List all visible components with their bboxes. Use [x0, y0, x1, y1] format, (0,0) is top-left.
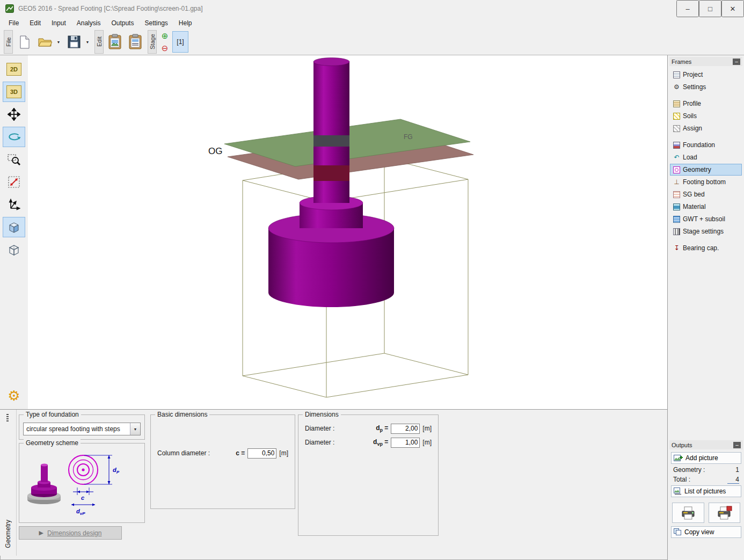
material-icon [673, 203, 680, 210]
column-diameter-input[interactable] [247, 448, 276, 459]
wireframe-view-button[interactable] [3, 239, 25, 260]
frames-item-footing-bottom[interactable]: ⊥ Footing bottom [670, 176, 742, 188]
frame-tab-geometry: Geometry [4, 520, 12, 548]
toolbar-edit-tab[interactable]: Edit [94, 30, 104, 54]
add-picture-button[interactable]: Add picture [671, 452, 741, 464]
stage-settings-icon [673, 228, 680, 235]
stage-1-button[interactable]: [1] [172, 31, 188, 53]
list-of-pictures-button[interactable]: List of pictures [671, 485, 741, 497]
print-log-button[interactable] [709, 503, 741, 523]
outputs-minimize-button[interactable]: – [733, 442, 741, 448]
menu-input[interactable]: Input [46, 18, 71, 28]
og-label: OG [208, 146, 222, 156]
menu-file[interactable]: File [3, 18, 24, 28]
axes-icon [8, 198, 20, 211]
frames-item-sg-bed[interactable]: SG bed [670, 188, 742, 200]
view-2d-button[interactable]: 2D [3, 59, 25, 79]
axes-tool-button[interactable] [3, 194, 25, 215]
frames-item-assign[interactable]: Assign [670, 122, 742, 134]
3d-icon: 3D [6, 85, 21, 98]
geometry-scheme-figure: dP c dvP [20, 446, 143, 521]
bearing-capacity-icon: ↧ [673, 245, 680, 252]
save-file-button[interactable] [64, 31, 84, 53]
menu-outputs[interactable]: Outputs [106, 18, 139, 28]
foundation-type-select[interactable]: circular spread footing with steps ▼ [23, 423, 141, 435]
frames-item-gwt-subsoil[interactable]: GWT + subsoil [670, 213, 742, 225]
print-button[interactable] [672, 503, 704, 523]
menu-bar: File Edit Input Analysis Outputs Setting… [0, 17, 744, 29]
rotate-icon [7, 132, 21, 142]
open-file-button[interactable] [35, 31, 55, 53]
zoom-extents-button[interactable] [3, 172, 25, 192]
frames-item-bearing-cap[interactable]: ↧ Bearing cap. [670, 242, 742, 254]
rotate-tool-button[interactable] [3, 127, 25, 147]
window-title: GEO5 2016 - Spread Footing [C:\Spread Fo… [18, 5, 203, 12]
play-icon: ▶ [39, 529, 43, 536]
viewport-3d[interactable]: FG OG [28, 55, 667, 409]
dvp-dimension [71, 504, 95, 506]
new-file-button[interactable] [14, 31, 35, 53]
close-button[interactable]: ✕ [721, 0, 744, 17]
column-diameter-row: Column diameter : c = [m] [151, 446, 295, 460]
zoom-window-button[interactable] [3, 149, 25, 170]
frames-panel: Frames – Project ⚙ Settings Profile Soil… [668, 57, 744, 254]
dvp-label: dvP [76, 508, 85, 516]
dvp-diameter-row: Diameter : dvp = [m] [298, 435, 438, 449]
view-3d-button[interactable]: 3D [3, 82, 25, 102]
save-dropdown-icon[interactable]: ▼ [84, 31, 91, 53]
combo-dropdown-icon[interactable]: ▼ [130, 423, 140, 435]
add-stage-button[interactable]: ⊕ [161, 31, 169, 40]
assign-icon [673, 125, 680, 132]
frames-item-stage-settings[interactable]: Stage settings [670, 226, 742, 237]
copy-picture-list-button[interactable] [126, 31, 146, 53]
frames-item-profile[interactable]: Profile [670, 98, 742, 110]
menu-help[interactable]: Help [173, 18, 198, 28]
toolbar-file-tab[interactable]: File [4, 30, 13, 54]
scheme-footing-pictogram [27, 464, 61, 505]
fg-label: FG [404, 133, 413, 141]
view-settings-gear-icon[interactable]: ⚙ [8, 389, 20, 403]
dimensions-group: Dimensions Diameter : dp = [m] Diameter … [298, 414, 439, 536]
gear-icon: ⚙ [673, 84, 680, 91]
project-icon [673, 71, 680, 78]
footing-bottom-icon: ⊥ [673, 179, 680, 186]
sg-bed-icon [673, 191, 680, 198]
pan-tool-button[interactable] [3, 104, 25, 125]
toolbar-stage-tab[interactable]: Stage [148, 30, 157, 54]
app-icon [5, 4, 14, 13]
geometry-frame-panel: Geometry Type of foundation circular spr… [0, 409, 667, 556]
app-window: { "window": { "title": "GEO5 2016 - Spre… [0, 0, 744, 560]
frames-item-project[interactable]: Project [670, 69, 742, 81]
copy-picture-button[interactable] [105, 31, 126, 53]
maximize-button[interactable]: □ [699, 0, 721, 17]
copy-view-button[interactable]: Copy view [671, 526, 741, 538]
frames-item-settings[interactable]: ⚙ Settings [670, 81, 742, 93]
minimize-button[interactable]: – [676, 0, 699, 17]
frames-item-geometry[interactable]: Geometry [670, 164, 742, 176]
list-of-pictures-icon [674, 488, 682, 495]
remove-stage-button[interactable]: ⊖ [161, 43, 169, 53]
menu-edit[interactable]: Edit [24, 18, 46, 28]
dp-diameter-input[interactable] [391, 424, 420, 434]
2d-icon: 2D [6, 63, 21, 76]
scene-3d: FG OG [28, 55, 667, 409]
gwt-subsoil-icon [673, 216, 680, 223]
frames-item-load[interactable]: ↶ Load [670, 151, 742, 163]
frames-item-foundation[interactable]: Foundation [670, 139, 742, 151]
frames-item-soils[interactable]: Soils [670, 110, 742, 122]
soils-icon [673, 113, 680, 120]
menu-analysis[interactable]: Analysis [71, 18, 106, 28]
copy-picture-icon [108, 34, 123, 50]
new-document-icon [19, 35, 30, 49]
geometry-icon [673, 166, 680, 173]
dimensions-design-button[interactable]: ▶ Dimensions design [19, 526, 122, 540]
shaded-view-button[interactable] [3, 217, 25, 237]
menu-settings[interactable]: Settings [139, 18, 173, 28]
type-of-foundation-group: Type of foundation circular spread footi… [19, 414, 145, 440]
dp-diameter-row: Diameter : dp = [m] [298, 421, 438, 435]
open-dropdown-icon[interactable]: ▼ [55, 31, 62, 53]
printer-log-icon [716, 506, 733, 520]
dvp-diameter-input[interactable] [391, 438, 420, 448]
frames-item-material[interactable]: Material [670, 201, 742, 213]
frames-minimize-button[interactable]: – [733, 59, 740, 65]
